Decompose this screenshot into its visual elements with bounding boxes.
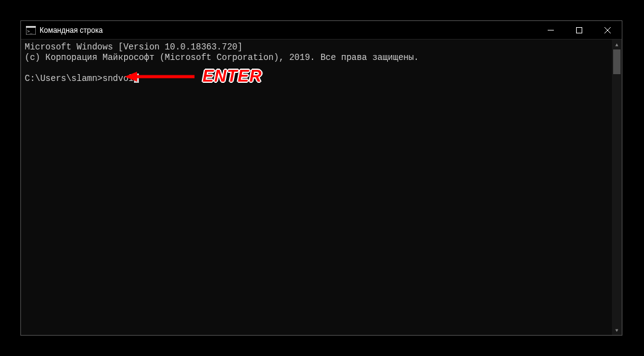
terminal-body[interactable]: Microsoft Windows [Version 10.0.18363.72… bbox=[21, 40, 622, 335]
terminal-output-line: (c) Корпорация Майкрософт (Microsoft Cor… bbox=[25, 53, 618, 63]
svg-rect-1 bbox=[26, 26, 36, 28]
titlebar[interactable]: >_ Командная строка bbox=[21, 21, 622, 40]
maximize-button[interactable] bbox=[565, 21, 593, 39]
scrollbar-thumb[interactable] bbox=[613, 49, 621, 74]
cmd-icon: >_ bbox=[26, 26, 36, 35]
close-button[interactable] bbox=[593, 21, 622, 39]
titlebar-left: >_ Командная строка bbox=[26, 26, 102, 35]
minimize-button[interactable] bbox=[537, 21, 565, 39]
command-input[interactable]: sndvol bbox=[102, 74, 133, 84]
prompt-line: C:\Users\slamn>sndvol bbox=[25, 74, 618, 84]
prompt-path: C:\Users\slamn> bbox=[25, 74, 102, 84]
command-prompt-window: >_ Командная строка Microsoft Windows [V… bbox=[20, 20, 622, 336]
scrollbar[interactable]: ▲ ▼ bbox=[612, 40, 622, 335]
cursor bbox=[134, 74, 139, 83]
window-title: Командная строка bbox=[40, 26, 102, 35]
svg-text:>_: >_ bbox=[27, 29, 33, 34]
scroll-down-icon[interactable]: ▼ bbox=[612, 325, 622, 335]
window-controls bbox=[537, 21, 622, 39]
terminal-output-line: Microsoft Windows [Version 10.0.18363.72… bbox=[25, 42, 618, 53]
svg-rect-4 bbox=[577, 27, 582, 33]
scroll-up-icon[interactable]: ▲ bbox=[612, 40, 622, 49]
terminal-blank-line bbox=[25, 63, 618, 74]
